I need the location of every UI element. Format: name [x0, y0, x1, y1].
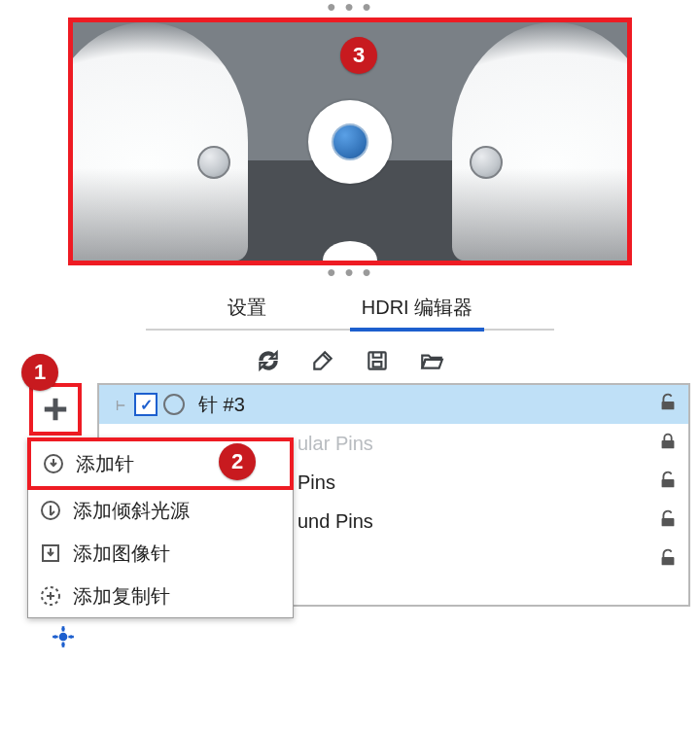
copy-pin-icon [38, 583, 63, 609]
menu-item-label: 添加复制针 [73, 583, 170, 610]
menu-item-label: 添加针 [76, 451, 134, 477]
add-pin-button[interactable] [29, 383, 82, 436]
menu-item-label: 添加图像针 [73, 541, 170, 567]
save-icon [365, 348, 390, 373]
tab-hdri-editor[interactable]: HDRI 编辑器 [358, 289, 476, 331]
svg-rect-2 [662, 402, 675, 409]
crosshair-icon [51, 624, 76, 649]
axis-gizmo-button[interactable] [51, 624, 76, 649]
menu-item-label: 添加倾斜光源 [73, 498, 190, 524]
edit-icon [310, 348, 335, 373]
pin-marker-left[interactable] [197, 146, 230, 179]
pin-label: 针 #3 [194, 392, 657, 418]
image-pin-icon [38, 541, 63, 566]
menu-item-add-ramp-light[interactable]: 添加倾斜光源 [28, 489, 293, 532]
plus-icon [41, 395, 70, 424]
pin-label: und Pins [294, 510, 657, 533]
svg-rect-6 [662, 557, 675, 565]
save-button[interactable] [363, 346, 392, 375]
ramp-light-icon [38, 498, 63, 523]
menu-item-add-image-pin[interactable]: 添加图像针 [28, 532, 293, 575]
lock-icon[interactable] [657, 431, 681, 456]
svg-point-11 [59, 633, 68, 642]
edit-button[interactable] [308, 346, 337, 375]
pin-row-selected[interactable]: ⊢ ✓ 针 #3 [99, 385, 688, 424]
svg-rect-5 [662, 518, 675, 526]
pin-marker-center-selected[interactable] [332, 123, 368, 160]
callout-badge-2: 2 [219, 443, 256, 480]
menu-item-add-copy-pin[interactable]: 添加复制针 [28, 575, 293, 617]
callout-badge-3: 3 [340, 37, 377, 74]
refresh-button[interactable] [254, 346, 283, 375]
pin-checkbox[interactable]: ✓ [134, 393, 158, 416]
tab-settings[interactable]: 设置 [224, 289, 270, 331]
unlock-icon[interactable] [657, 508, 681, 534]
pin-marker-right[interactable] [470, 146, 503, 179]
svg-rect-3 [662, 440, 675, 448]
lower-blob [323, 241, 377, 265]
pin-label: Pins [294, 472, 657, 494]
svg-rect-4 [662, 479, 675, 487]
callout-badge-1: 1 [21, 354, 58, 391]
svg-rect-1 [373, 362, 382, 367]
tree-glyph: ⊢ [107, 396, 134, 414]
drag-handle-top[interactable]: ● ● ● [10, 2, 690, 16]
drag-handle-bottom[interactable]: ● ● ● [10, 267, 690, 281]
pin-label: ular Pins [294, 433, 657, 455]
unlock-icon[interactable] [657, 547, 681, 573]
open-button[interactable] [417, 346, 446, 375]
target-down-icon [41, 451, 66, 476]
hdri-toolbar [78, 346, 622, 375]
folder-open-icon [419, 348, 444, 373]
unlock-icon[interactable] [657, 470, 681, 495]
refresh-icon [256, 348, 281, 373]
tab-bar: 设置 HDRI 编辑器 [78, 289, 622, 331]
pin-area: 1 ⊢ ✓ 针 #3 ular Pins Pins und Pin [10, 383, 690, 607]
light-dome-left [68, 22, 248, 261]
light-dome-right [452, 22, 632, 261]
pin-color-swatch[interactable] [163, 394, 185, 415]
unlock-icon[interactable] [657, 392, 681, 417]
